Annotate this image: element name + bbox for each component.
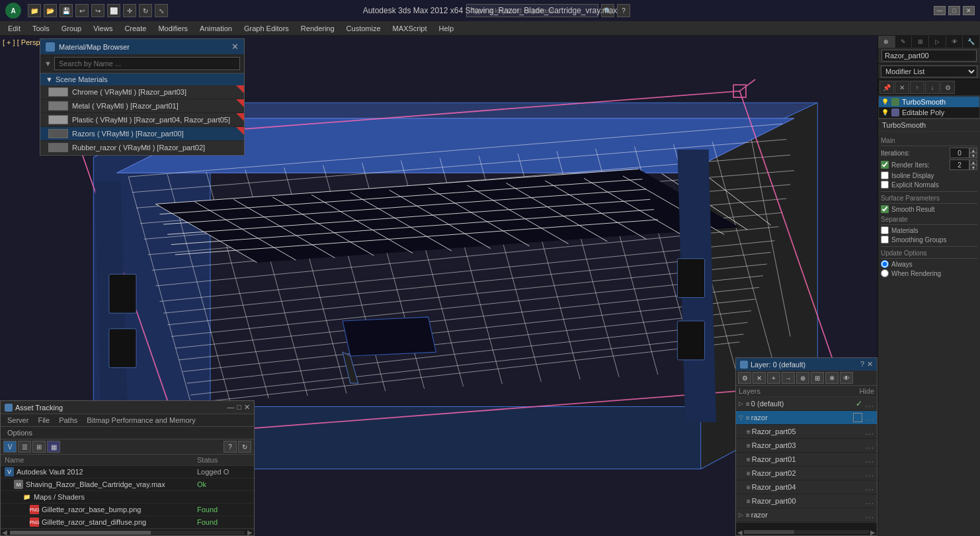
layers-scrollbar[interactable] xyxy=(736,522,877,529)
layer-row-razor[interactable]: ▽ ≡ razor … xyxy=(736,411,877,425)
material-item-razors[interactable]: Razors ( VRayMtl ) [Razor_part00] xyxy=(40,127,244,141)
mod-pin-icon[interactable]: 📌 xyxy=(879,81,894,94)
material-search-input[interactable] xyxy=(54,57,240,70)
material-item-plastic[interactable]: Plastic ( VRayMtl ) [Razor_part04, Razor… xyxy=(40,113,244,127)
mod-configure-icon[interactable]: ⚙ xyxy=(940,81,955,94)
layer-row-part03[interactable]: ≡ Razor_part03 … xyxy=(736,439,877,453)
at-scrollbar[interactable]: ◀ ▶ xyxy=(1,529,254,535)
at-row-maps[interactable]: 📁 Maps / Shaders xyxy=(1,491,254,504)
layers-question[interactable]: ? xyxy=(860,360,864,369)
menu-maxscript[interactable]: MAXScript xyxy=(388,23,432,34)
rp-tab-modify[interactable]: ✎ xyxy=(895,36,913,48)
menu-group[interactable]: Group xyxy=(56,23,87,34)
menu-graph-editors[interactable]: Graph Editors xyxy=(239,23,294,34)
rp-tab-hierarchy[interactable]: ⊞ xyxy=(912,36,929,48)
always-radio[interactable] xyxy=(881,260,889,268)
iterations-value[interactable] xyxy=(950,148,969,158)
lp-btn-select[interactable]: ⊞ xyxy=(811,372,824,384)
menu-views[interactable]: Views xyxy=(88,23,118,34)
at-row-vault[interactable]: V Autodesk Vault 2012 Logged O xyxy=(1,466,254,478)
at-restore[interactable]: □ xyxy=(237,403,241,412)
menu-edit[interactable]: Edit xyxy=(3,23,26,34)
menu-rendering[interactable]: Rendering xyxy=(296,23,340,34)
rp-tab-display[interactable]: 👁 xyxy=(946,36,963,48)
material-item-rubber[interactable]: Rubber_razor ( VRayMtl ) [Razor_part02] xyxy=(40,141,244,155)
layers-hscrollbar[interactable]: ◀ ▶ xyxy=(736,529,877,535)
layer-row-razor2[interactable]: ▷ ≡ razor … xyxy=(736,508,877,522)
render-iters-input[interactable]: ▲ ▼ xyxy=(950,159,977,170)
render-iters-value[interactable] xyxy=(950,159,969,170)
menu-tools[interactable]: Tools xyxy=(27,23,55,34)
modifier-editable-poly[interactable]: 💡 Editable Poly xyxy=(879,107,979,118)
menu-modifiers[interactable]: Modifiers xyxy=(153,23,193,34)
rp-tab-utilities[interactable]: 🔧 xyxy=(963,36,980,48)
toolbar-icon-open[interactable]: 📂 xyxy=(44,4,57,17)
toolbar-icon-undo[interactable]: ↩ xyxy=(75,4,89,17)
object-name-input[interactable] xyxy=(881,50,977,62)
menu-customize[interactable]: Customize xyxy=(341,23,386,34)
toolbar-icon-save[interactable]: 💾 xyxy=(60,4,73,17)
minimize-button[interactable]: — xyxy=(934,6,946,15)
layer-row-part04[interactable]: ≡ Razor_part04 … xyxy=(736,480,877,494)
at-btn-help[interactable]: ? xyxy=(224,441,237,453)
lp-btn-add-sel[interactable]: ⊕ xyxy=(796,372,809,384)
lp-btn-add[interactable]: + xyxy=(767,372,780,384)
at-menu-server[interactable]: Server xyxy=(3,416,32,425)
explicit-normals-checkbox[interactable] xyxy=(881,181,889,189)
lp-btn-move-to[interactable]: → xyxy=(782,372,795,384)
material-item-chrome[interactable]: Chrome ( VRayMtl ) [Razor_part03] xyxy=(40,85,244,99)
at-btn-vault[interactable]: V xyxy=(3,441,17,453)
at-menu-file[interactable]: File xyxy=(34,416,54,425)
toolbar-icon-select[interactable]: ⬜ xyxy=(107,4,120,17)
at-close[interactable]: ✕ xyxy=(244,403,250,412)
layer-row-part01[interactable]: ≡ Razor_part01 … xyxy=(736,453,877,467)
at-row-bump[interactable]: PNG Gillette_razor_base_bump.png Found xyxy=(1,504,254,516)
iterations-up[interactable]: ▲ xyxy=(969,148,977,153)
layer-row-part05[interactable]: ≡ Razor_part05 … xyxy=(736,425,877,439)
material-browser-close[interactable]: ✕ xyxy=(231,42,239,52)
iterations-down[interactable]: ▼ xyxy=(969,153,977,158)
when-rendering-radio[interactable] xyxy=(881,269,889,277)
layer-row-part02[interactable]: ≡ Razor_part02 … xyxy=(736,467,877,480)
layer-row-part00[interactable]: ≡ Razor_part00 … xyxy=(736,494,877,508)
mod-move-up-icon[interactable]: ↑ xyxy=(910,81,924,94)
at-btn-list[interactable]: ☰ xyxy=(18,441,31,453)
lp-btn-delete[interactable]: ✕ xyxy=(753,372,766,384)
render-iters-up[interactable]: ▲ xyxy=(969,159,977,165)
help-icon[interactable]: ? xyxy=(617,4,630,17)
render-iters-down[interactable]: ▼ xyxy=(969,165,977,170)
lp-btn-freeze[interactable]: ❄ xyxy=(825,372,838,384)
at-options[interactable]: Options xyxy=(3,428,36,437)
toolbar-icon-rotate[interactable]: ↻ xyxy=(139,4,152,17)
render-iters-checkbox[interactable] xyxy=(881,161,889,169)
toolbar-icon-move[interactable]: ✛ xyxy=(123,4,136,17)
layer-row-default[interactable]: ▷ ≡ 0 (default) ✓ … xyxy=(736,397,877,411)
material-item-metal[interactable]: Metal ( VRayMtl ) [Razor_part01] xyxy=(40,99,244,113)
close-button[interactable]: ✕ xyxy=(963,6,975,15)
modifier-turbosmooth[interactable]: 💡 TurboSmooth xyxy=(879,97,979,107)
restore-button[interactable]: □ xyxy=(948,6,960,15)
at-btn-refresh[interactable]: ↻ xyxy=(238,441,251,453)
materials-checkbox[interactable] xyxy=(881,226,889,234)
menu-create[interactable]: Create xyxy=(119,23,151,34)
toolbar-icon-scale[interactable]: ⤡ xyxy=(155,4,168,17)
modifier-list-select[interactable]: Modifier List xyxy=(881,66,977,77)
smoothing-groups-checkbox[interactable] xyxy=(881,236,889,244)
toolbar-icon-redo[interactable]: ↪ xyxy=(91,4,104,17)
menu-animation[interactable]: Animation xyxy=(194,23,237,34)
layers-close[interactable]: ✕ xyxy=(867,360,873,369)
rp-tab-motion[interactable]: ▷ xyxy=(929,36,946,48)
at-minimize[interactable]: — xyxy=(227,403,234,412)
mod-delete-icon[interactable]: ✕ xyxy=(895,81,909,94)
at-row-diffuse[interactable]: PNG Gillette_razor_stand_diffuse.png Fou… xyxy=(1,516,254,529)
at-menu-paths[interactable]: Paths xyxy=(55,416,81,425)
mod-move-down-icon[interactable]: ↓ xyxy=(925,81,940,94)
at-btn-grid[interactable]: ⊞ xyxy=(32,441,46,453)
rp-tab-create[interactable]: ⊕ xyxy=(878,36,895,48)
scene-materials-header[interactable]: ▼ Scene Materials xyxy=(40,73,244,85)
smooth-result-checkbox[interactable] xyxy=(881,205,889,213)
at-row-max-file[interactable]: M Shaving_Razor_Blade_Cartridge_vray.max… xyxy=(1,478,254,491)
lp-btn-hide[interactable]: 👁 xyxy=(840,372,853,384)
at-btn-table[interactable]: ▦ xyxy=(47,441,60,453)
lp-btn-settings[interactable]: ⚙ xyxy=(738,372,751,384)
